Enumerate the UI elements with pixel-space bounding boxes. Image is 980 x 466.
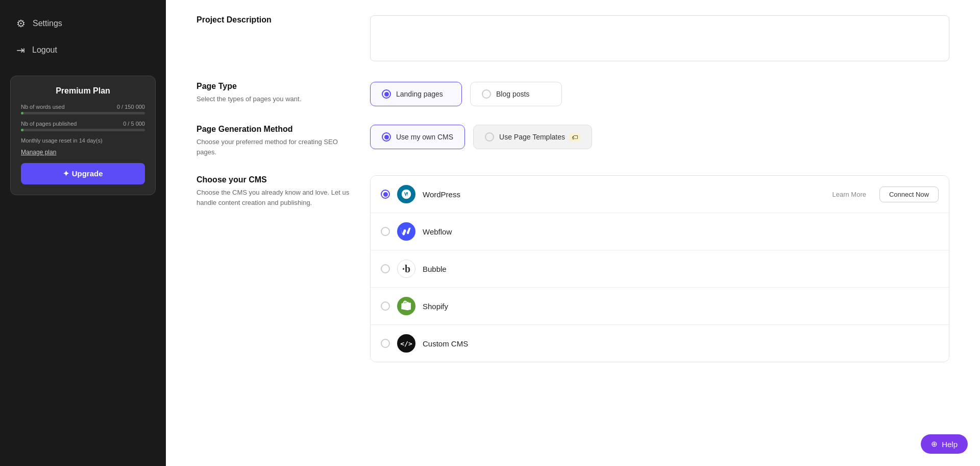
project-description-left: Project Description <box>197 15 350 28</box>
project-description-right <box>370 15 949 63</box>
bubble-name: Bubble <box>423 265 939 273</box>
own-cms-label: Use my own CMS <box>396 133 453 141</box>
cms-item-shopify[interactable]: Shopify <box>371 288 949 325</box>
cms-item-custom[interactable]: </> Custom CMS <box>371 325 949 362</box>
pages-stat: Nb of pages published 0 / 5 000 <box>21 121 145 127</box>
words-stat: Nb of words used 0 / 150 000 <box>21 104 145 110</box>
page-type-left: Page Type Select the types of pages you … <box>197 82 350 104</box>
words-label: Nb of words used <box>21 104 65 110</box>
help-label: Help <box>942 440 958 449</box>
pages-value: 0 / 5 000 <box>123 121 145 127</box>
words-value: 0 / 150 000 <box>117 104 145 110</box>
sidebar: ⚙ Settings ⇥ Logout Premium Plan Nb of w… <box>0 0 166 466</box>
bubble-logo: ·b <box>397 260 415 278</box>
logout-label: Logout <box>32 45 57 55</box>
page-type-desc: Select the types of pages you want. <box>197 94 350 104</box>
logout-icon: ⇥ <box>16 44 25 56</box>
help-icon: ⊕ <box>931 439 938 449</box>
shopify-logo <box>397 297 415 315</box>
page-type-landing[interactable]: Landing pages <box>370 82 462 106</box>
page-generation-row: Page Generation Method Choose your prefe… <box>197 125 949 157</box>
page-generation-options: Use my own CMS Use Page Templates 🏷 <box>370 125 949 149</box>
page-type-blog[interactable]: Blog posts <box>470 82 562 106</box>
cms-item-wordpress[interactable]: WordPress Learn More Connect Now <box>371 176 949 213</box>
cms-right: WordPress Learn More Connect Now Webflow <box>370 175 949 362</box>
pages-label: Nb of pages published <box>21 121 77 127</box>
main-content: Project Description Page Type Select the… <box>166 0 980 466</box>
radio-templates-dot <box>485 132 494 142</box>
page-generation-right: Use my own CMS Use Page Templates 🏷 <box>370 125 949 149</box>
words-bar-fill <box>21 112 23 114</box>
project-description-input[interactable] <box>370 15 949 61</box>
page-type-section: Page Type Select the types of pages you … <box>197 82 949 106</box>
radio-bubble-dot <box>381 264 390 273</box>
radio-blog-dot <box>482 89 491 99</box>
gear-icon: ⚙ <box>16 17 26 30</box>
pages-bar-fill <box>21 129 23 131</box>
sidebar-item-logout[interactable]: ⇥ Logout <box>0 37 166 63</box>
settings-label: Settings <box>33 19 62 28</box>
radio-landing-dot <box>382 89 391 99</box>
cms-item-webflow[interactable]: Webflow <box>371 213 949 250</box>
radio-shopify-dot <box>381 301 390 311</box>
page-generation-section: Page Generation Method Choose your prefe… <box>197 125 949 157</box>
radio-webflow-dot <box>381 227 390 236</box>
cms-desc: Choose the CMS you already know and love… <box>197 188 350 207</box>
pages-bar <box>21 129 145 131</box>
plan-title: Premium Plan <box>21 86 145 96</box>
radio-wordpress-dot <box>381 190 390 199</box>
wordpress-learn-more[interactable]: Learn More <box>832 191 866 198</box>
cms-title: Choose your CMS <box>197 175 350 184</box>
wordpress-logo <box>397 185 415 203</box>
manage-plan-link[interactable]: Manage plan <box>21 149 145 156</box>
custom-logo: </> <box>397 334 415 353</box>
project-description-section: Project Description <box>197 15 949 63</box>
plan-box: Premium Plan Nb of words used 0 / 150 00… <box>10 76 156 195</box>
webflow-name: Webflow <box>423 227 939 236</box>
templates-label: Use Page Templates 🏷 <box>499 133 580 141</box>
upgrade-button[interactable]: ✦ Upgrade <box>21 163 145 184</box>
page-type-options: Landing pages Blog posts <box>370 82 949 106</box>
page-type-blog-label: Blog posts <box>496 90 529 98</box>
wordpress-connect-button[interactable]: Connect Now <box>879 187 939 202</box>
page-type-row: Page Type Select the types of pages you … <box>197 82 949 106</box>
words-bar <box>21 112 145 114</box>
cms-section: Choose your CMS Choose the CMS you alrea… <box>197 175 949 362</box>
option-own-cms[interactable]: Use my own CMS <box>370 125 465 149</box>
project-description-row: Project Description <box>197 15 949 63</box>
page-type-title: Page Type <box>197 82 350 91</box>
option-templates[interactable]: Use Page Templates 🏷 <box>473 125 592 149</box>
page-generation-left: Page Generation Method Choose your prefe… <box>197 125 350 157</box>
webflow-logo <box>397 222 415 241</box>
help-button[interactable]: ⊕ Help <box>921 434 968 454</box>
cms-list: WordPress Learn More Connect Now Webflow <box>370 175 949 362</box>
cms-row: Choose your CMS Choose the CMS you alrea… <box>197 175 949 362</box>
cms-left: Choose your CMS Choose the CMS you alrea… <box>197 175 350 207</box>
page-type-landing-label: Landing pages <box>396 90 443 98</box>
shopify-name: Shopify <box>423 302 939 311</box>
radio-own-cms-dot <box>382 132 391 142</box>
page-type-right: Landing pages Blog posts <box>370 82 949 106</box>
cms-item-bubble[interactable]: ·b Bubble <box>371 250 949 288</box>
templates-badge: 🏷 <box>569 133 580 142</box>
project-description-title: Project Description <box>197 15 350 25</box>
page-generation-desc: Choose your preferred method for creatin… <box>197 137 350 157</box>
radio-custom-dot <box>381 339 390 348</box>
custom-cms-name: Custom CMS <box>423 339 939 348</box>
page-generation-title: Page Generation Method <box>197 125 350 134</box>
wordpress-name: WordPress <box>423 190 825 199</box>
sidebar-item-settings[interactable]: ⚙ Settings <box>0 10 166 37</box>
reset-text: Monthly usage reset in 14 day(s) <box>21 137 145 144</box>
